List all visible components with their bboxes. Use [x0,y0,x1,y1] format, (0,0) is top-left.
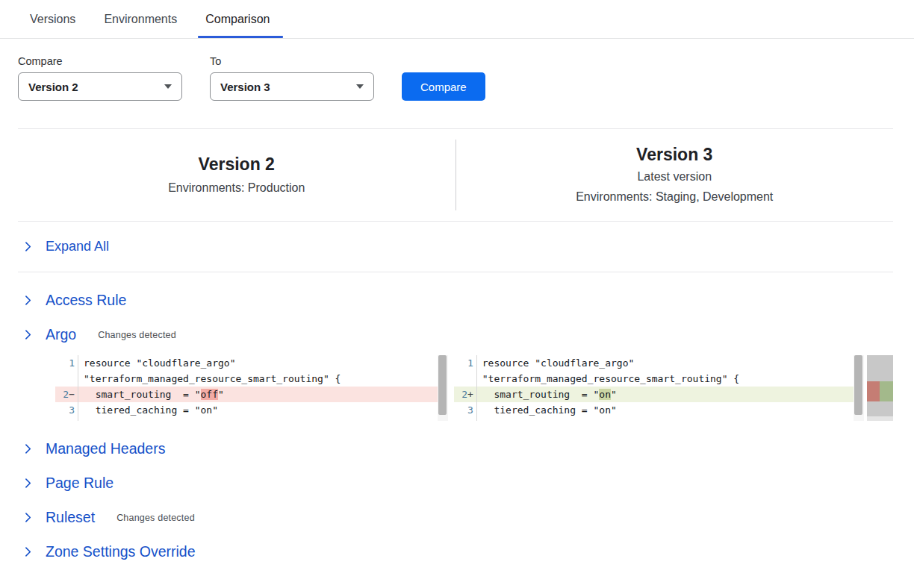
caret-down-icon [356,84,364,89]
diff-line: } [55,418,438,421]
section-page-rule[interactable]: Page Rule [18,467,893,499]
diff-line: "terraform_managed_resource_smart_routin… [55,371,438,387]
right-version-title: Version 3 [456,143,894,166]
diff-line: "terraform_managed_resource_smart_routin… [454,371,854,387]
argo-diff: 1resource "cloudflare_argo""terraform_ma… [55,355,893,421]
section-zone-settings-override[interactable]: Zone Settings Override [18,536,893,568]
right-version-subtitle: Latest version [456,166,894,187]
chevron-right-icon [22,478,34,489]
compare-form: Compare Version 2 To Version 3 Compare [0,39,914,101]
diff-pane-left: 1resource "cloudflare_argo""terraform_ma… [55,355,448,421]
chevron-right-icon [22,329,34,340]
section-title: Access Rule [46,292,126,309]
code-text: smart_routing = "on" [477,387,617,402]
to-label: To [210,55,374,67]
tab-comparison[interactable]: Comparison [205,0,270,38]
section-access-rule[interactable]: Access Rule [18,284,893,316]
diff-line: 2− smart_routing = "off" [55,387,438,402]
line-number-gutter [55,371,78,387]
diff-line: 1resource "cloudflare_argo" [454,355,854,371]
chevron-right-icon [22,241,34,252]
minimap-addition-marker [880,381,893,401]
chevron-right-icon [22,443,34,454]
section-title: Zone Settings Override [46,543,196,560]
chevron-right-icon [22,512,34,523]
line-number-gutter: 1 [55,355,78,371]
diff-line: 3 tiered_caching = "on" [55,402,438,418]
code-text: "terraform_managed_resource_smart_routin… [477,371,739,387]
right-version-environments: Environments: Staging, Development [456,187,894,207]
section-title: Argo [46,326,76,343]
tab-environments[interactable]: Environments [104,0,177,38]
code-text: resource "cloudflare_argo" [78,355,236,371]
section-ruleset[interactable]: Ruleset Changes detected [18,501,893,534]
compare-label: Compare [18,55,182,67]
caret-down-icon [164,84,172,89]
section-title: Managed Headers [46,440,165,457]
to-version-select[interactable]: Version 3 [210,72,374,101]
right-version-column: Version 3 Latest version Environments: S… [456,131,894,219]
tab-bar: Versions Environments Comparison [0,0,914,39]
left-version-environments: Environments: Production [18,178,456,198]
chevron-right-icon [22,546,34,557]
left-version-title: Version 2 [18,153,456,175]
scrollbar-thumb[interactable] [854,355,862,415]
tab-versions[interactable]: Versions [30,0,75,38]
code-text: } [477,418,488,421]
diff-line: 2+ smart_routing = "on" [454,387,854,402]
version-comparison-header: Version 2 Environments: Production Versi… [18,128,893,222]
code-text: "terraform_managed_resource_smart_routin… [78,371,341,387]
chevron-right-icon [22,295,34,306]
section-list: Access Rule Argo Changes detected 1resou… [0,272,914,568]
code-text: tiered_caching = "on" [477,402,617,418]
compare-version-value: Version 2 [28,81,78,93]
line-number-gutter: 3 [454,402,477,418]
to-field: To Version 3 [210,55,374,101]
diff-line: } [454,418,854,421]
scrollbar-thumb[interactable] [438,355,447,415]
line-number-gutter: 2− [55,387,78,402]
compare-field: Compare Version 2 [18,55,182,101]
section-title: Page Rule [46,475,114,492]
section-argo[interactable]: Argo Changes detected [18,319,893,351]
line-number-gutter [55,418,78,421]
diff-code-right: 1resource "cloudflare_argo""terraform_ma… [454,355,854,421]
minimap-deletion-marker [867,381,880,401]
diff-line: 1resource "cloudflare_argo" [55,355,438,371]
line-number-gutter: 3 [55,402,78,418]
code-text: smart_routing = "off" [78,387,224,402]
changes-detected-badge: Changes detected [116,513,195,523]
diff-code-left: 1resource "cloudflare_argo""terraform_ma… [55,355,438,421]
section-title: Ruleset [46,509,95,526]
left-version-column: Version 2 Environments: Production [18,141,456,210]
diff-pane-right: 1resource "cloudflare_argo""terraform_ma… [454,355,864,421]
line-number-gutter [454,371,477,387]
code-text: tiered_caching = "on" [78,402,218,418]
compare-version-select[interactable]: Version 2 [18,72,182,101]
left-pane-scrollbar[interactable] [438,355,448,421]
changes-detected-badge: Changes detected [98,330,176,340]
diff-line: 3 tiered_caching = "on" [454,402,854,418]
section-managed-headers[interactable]: Managed Headers [18,433,893,465]
compare-button[interactable]: Compare [402,72,485,101]
line-number-gutter: 2+ [454,387,477,402]
right-pane-scrollbar[interactable] [854,355,864,421]
to-version-value: Version 3 [220,81,270,93]
diff-overview-minimap[interactable] [867,355,893,421]
expand-all-label: Expand All [46,239,109,254]
expand-all-button[interactable]: Expand All [18,222,893,272]
line-number-gutter: 1 [454,355,477,371]
code-text: } [78,418,90,421]
line-number-gutter [454,418,477,421]
code-text: resource "cloudflare_argo" [477,355,635,371]
